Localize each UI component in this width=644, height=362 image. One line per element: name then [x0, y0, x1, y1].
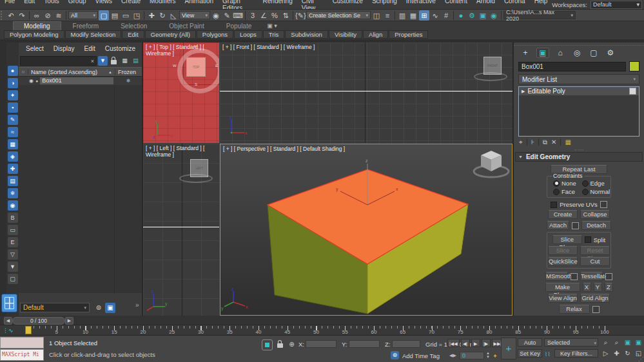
maxscript-mini-listener[interactable]	[0, 337, 44, 348]
object-name-cell[interactable]: Box001	[40, 77, 113, 84]
next-frame-arrow[interactable]: ▶	[65, 317, 73, 325]
pin-stack-icon[interactable]: ⌖	[519, 138, 523, 146]
percent-snap-toggle-icon[interactable]: %	[269, 10, 280, 21]
time-slider-handle[interactable]	[25, 326, 32, 334]
y-coordinate-field[interactable]	[349, 340, 380, 348]
constraint-edge-radio[interactable]: Edge	[582, 180, 611, 187]
ribbon-tab-object-paint[interactable]: Object Paint	[159, 22, 214, 30]
edit-named-selection-sets-icon[interactable]: {✎}	[295, 10, 306, 21]
display-xrefs-icon[interactable]: ◈	[8, 151, 18, 162]
window-resize-grip[interactable]: ⋰	[638, 356, 643, 362]
ribbon-section-align[interactable]: Align	[363, 30, 388, 39]
named-selection-sets-dropdown[interactable]: Create Selection Se▾	[306, 11, 371, 19]
display-tab[interactable]: ▢	[588, 48, 600, 57]
render-setup-icon[interactable]: ⚙	[467, 10, 477, 21]
key-step-icon[interactable]: ✦	[493, 352, 498, 359]
viewport-perspective[interactable]: [ + ] [ Perspective ] [ Standard ] [ Def…	[220, 144, 512, 316]
viewcube[interactable]	[474, 151, 509, 177]
select-and-manipulate-icon[interactable]: ✎	[222, 10, 232, 21]
zoom-all-icon[interactable]: ⌕	[612, 338, 621, 347]
ribbon-section-polygon-modeling[interactable]: Polygon Modeling	[4, 30, 64, 39]
layer-stack-icon[interactable]: ⊜	[93, 303, 104, 313]
visibility-eye-icon[interactable]: ◉	[29, 78, 34, 84]
constraint-normal-radio[interactable]: Normal	[582, 188, 611, 195]
explorer-menu-customize[interactable]: Customize	[105, 45, 135, 52]
overflow-chevron-icon[interactable]: »	[135, 301, 139, 309]
collapse-button[interactable]: Collapse	[580, 210, 610, 219]
toggle-ribbon-icon[interactable]: ⊞	[419, 10, 429, 21]
ribbon-tab-populate[interactable]: Populate	[216, 22, 262, 30]
cut-button[interactable]: Cut	[580, 257, 610, 266]
display-lights-icon[interactable]: ✦	[8, 90, 18, 100]
display-groups-icon[interactable]: ▦	[8, 139, 18, 149]
viewcube[interactable]: FRONT	[483, 57, 502, 75]
display-cameras-icon[interactable]: ▪	[8, 102, 18, 113]
tessellate-settings-button[interactable]	[605, 273, 612, 280]
add-time-tag-label[interactable]: Add Time Tag	[402, 352, 440, 359]
render-production-icon[interactable]: ◉	[489, 10, 499, 21]
display-frozen-icon[interactable]: ❄	[8, 188, 18, 198]
frame-spinner[interactable]: ▲▼	[486, 351, 490, 359]
reference-coordinate-system-dropdown[interactable]: View▾	[179, 11, 210, 19]
detach-button[interactable]: Detach	[581, 221, 611, 230]
search-input[interactable]: ×	[20, 56, 97, 66]
lock-icon[interactable]	[109, 56, 119, 66]
slice-plane-button[interactable]: Slice Plane	[552, 235, 582, 244]
explorer-menu-display[interactable]: Display	[54, 45, 75, 52]
remove-modifier-icon[interactable]: ✕	[551, 138, 556, 146]
ribbon-section-visibility[interactable]: Visibility	[329, 30, 362, 39]
z-coordinate-field[interactable]	[392, 340, 420, 348]
ribbon-tab-freeform[interactable]: Freeform	[63, 22, 110, 30]
rollout-edit-geometry[interactable]: ▼ Edit Geometry	[515, 152, 643, 162]
workspace-dropdown[interactable]: Default ▾	[590, 1, 642, 9]
type-column-icon[interactable]: ○	[19, 69, 28, 75]
ribbon-section-properties[interactable]: Properties	[389, 30, 428, 39]
rectangular-selection-region-icon[interactable]: ▭	[121, 10, 131, 21]
ribbon-section-subdivision[interactable]: Subdivision	[285, 30, 328, 39]
window-crossing-icon[interactable]: ◳	[132, 10, 142, 21]
relax-settings-button[interactable]	[592, 306, 600, 313]
create-tab[interactable]: +	[520, 48, 531, 57]
frozen-column-header[interactable]: Frozen	[115, 69, 142, 75]
time-tag-icon[interactable]: ⊛	[391, 351, 399, 359]
display-hidden-icon[interactable]: ◉	[8, 200, 18, 211]
viewport-layout-tab[interactable]	[1, 294, 17, 312]
zoom-extents-all-icon[interactable]: ▣	[634, 338, 643, 347]
viewport-front[interactable]: [ + ] [ Front ] [ Standard ] [ Wireframe…	[220, 43, 512, 143]
absolute-offset-mode-icon[interactable]: ⊕	[287, 339, 297, 349]
preserve-uvs-settings-button[interactable]	[600, 201, 607, 208]
ribbon-tab-modeling[interactable]: Modeling	[13, 21, 61, 30]
selection-lock-icon[interactable]	[275, 339, 285, 349]
key-set-dropdown[interactable]: Selected ▾	[544, 338, 598, 347]
select-and-scale-icon[interactable]: ◺	[168, 10, 179, 21]
current-frame-field[interactable]: 0	[460, 352, 484, 359]
select-object-icon[interactable]: ▢	[99, 10, 109, 21]
redo-icon[interactable]: ↷	[17, 10, 27, 21]
relax-button[interactable]: Relax	[559, 305, 590, 314]
stack-item-editable-poly[interactable]: ▶ Editable Poly	[519, 87, 639, 95]
mirror-icon[interactable]: ◫	[371, 10, 382, 21]
frozen-snowflake-icon[interactable]: ❄	[115, 78, 142, 84]
select-and-move-icon[interactable]: ✚	[146, 10, 157, 21]
name-column-header[interactable]: Name (Sorted Ascending) ▲	[28, 69, 115, 75]
display-geometry-icon[interactable]: ●	[8, 66, 18, 76]
next-frame-button[interactable]: |▶	[482, 339, 491, 347]
ribbon-section-loops[interactable]: Loops	[234, 30, 262, 39]
key-mode-toggle-icon[interactable]: ◀▶	[449, 353, 456, 358]
set-key-button[interactable]: Set Key	[518, 349, 542, 357]
go-to-start-button[interactable]: |◀◀	[447, 339, 460, 347]
object-name-field[interactable]: Box001	[518, 62, 626, 71]
quickslice-button[interactable]: QuickSlice	[548, 257, 578, 266]
orbit-icon[interactable]: ↻	[623, 348, 632, 358]
ribbon-tab-selection[interactable]: Selection	[110, 22, 157, 30]
isolate-selection-toggle-icon[interactable]	[262, 339, 273, 350]
planar-y-button[interactable]: Y	[594, 283, 602, 292]
ribbon-section-tris[interactable]: Tris	[263, 30, 284, 39]
advanced-filter-icon[interactable]: ▼	[8, 262, 18, 272]
display-helpers-icon[interactable]: ✎	[8, 115, 18, 125]
previous-frame-arrow[interactable]: ◀	[4, 317, 12, 325]
expand-all-icon[interactable]: E	[8, 237, 18, 247]
viewport-top[interactable]: [ + ] [ Top ] [ Standard ] [ Wireframe ]…	[143, 43, 219, 143]
stack-onoff-icon[interactable]	[629, 88, 636, 95]
toggle-scene-explorer-icon[interactable]: ▥	[397, 10, 407, 21]
